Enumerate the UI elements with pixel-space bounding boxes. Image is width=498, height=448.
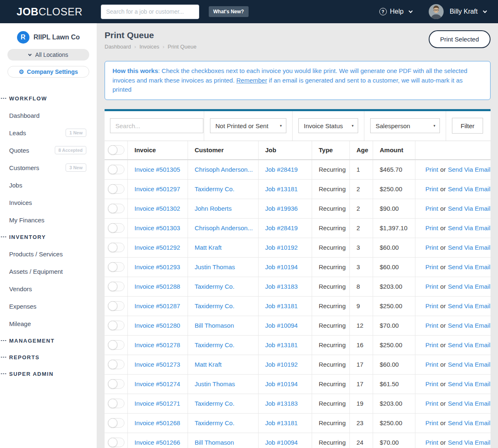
customer-link[interactable]: Matt Kraft xyxy=(195,244,222,251)
row-toggle[interactable] xyxy=(108,184,124,194)
print-link[interactable]: Print xyxy=(425,439,438,446)
customer-link[interactable]: Matt Kraft xyxy=(195,361,222,368)
chevron-down-icon[interactable] xyxy=(483,9,487,13)
sidebar-item-my-finances[interactable]: My Finances xyxy=(0,211,97,229)
app-logo[interactable]: JOBCLOSER xyxy=(17,6,83,18)
print-link[interactable]: Print xyxy=(425,283,438,290)
customer-link[interactable]: Chrisoph Anderson... xyxy=(195,166,253,173)
print-link[interactable]: Print xyxy=(425,341,438,348)
customer-link[interactable]: Taxidermy Co. xyxy=(195,341,234,348)
invoice-link[interactable]: Invoice #501288 xyxy=(134,283,180,290)
job-link[interactable]: Job #28419 xyxy=(265,224,298,231)
sidebar-section-reports[interactable]: REPORTS xyxy=(0,349,97,365)
invoice-link[interactable]: Invoice #501273 xyxy=(134,361,180,368)
print-link[interactable]: Print xyxy=(425,322,438,329)
company-switcher[interactable]: R RIIPL Lawn Co xyxy=(0,31,97,44)
customer-link[interactable]: Justin Thomas xyxy=(195,380,235,387)
send-via-email-link[interactable]: Send Via Email xyxy=(448,341,490,348)
send-via-email-link[interactable]: Send Via Email xyxy=(448,380,490,387)
job-link[interactable]: Job #13181 xyxy=(265,302,298,309)
row-toggle[interactable] xyxy=(108,204,124,213)
customer-link[interactable]: Taxidermy Co. xyxy=(195,283,234,290)
print-link[interactable]: Print xyxy=(425,380,438,387)
row-toggle[interactable] xyxy=(108,262,124,272)
job-link[interactable]: Job #10192 xyxy=(265,244,298,251)
all-locations-dropdown[interactable]: All Locations xyxy=(7,49,89,61)
job-link[interactable]: Job #10094 xyxy=(265,322,298,329)
print-link[interactable]: Print xyxy=(425,302,438,309)
invoice-link[interactable]: Invoice #501303 xyxy=(134,224,180,231)
customer-link[interactable]: Taxidermy Co. xyxy=(195,400,234,407)
job-link[interactable]: Job #13181 xyxy=(265,341,298,348)
invoice-link[interactable]: Invoice #501274 xyxy=(134,380,180,387)
row-toggle[interactable] xyxy=(108,282,124,291)
breadcrumb-invoices[interactable]: Invoices xyxy=(139,44,159,50)
print-link[interactable]: Print xyxy=(425,205,438,212)
print-link[interactable]: Print xyxy=(425,166,438,173)
print-link[interactable]: Print xyxy=(425,185,438,192)
sidebar-item-assets-equipment[interactable]: Assets / Equipment xyxy=(0,263,97,280)
send-via-email-link[interactable]: Send Via Email xyxy=(448,224,490,231)
user-menu[interactable]: Billy Kraft xyxy=(449,8,478,15)
send-via-email-link[interactable]: Send Via Email xyxy=(448,439,490,446)
send-via-email-link[interactable]: Send Via Email xyxy=(448,322,490,329)
whats-new-button[interactable]: What's New? xyxy=(209,6,249,17)
send-via-email-link[interactable]: Send Via Email xyxy=(448,244,490,251)
job-link[interactable]: Job #28419 xyxy=(265,166,298,173)
help-menu[interactable]: ? Help xyxy=(379,8,413,15)
row-toggle[interactable] xyxy=(108,360,124,369)
customer-link[interactable]: Chrisoph Anderson... xyxy=(195,224,253,231)
job-link[interactable]: Job #10094 xyxy=(265,439,298,446)
sidebar-item-mileage[interactable]: Mileage xyxy=(0,315,97,332)
job-link[interactable]: Job #13181 xyxy=(265,419,298,426)
global-search-input[interactable] xyxy=(101,5,199,19)
row-toggle[interactable] xyxy=(108,165,124,174)
job-link[interactable]: Job #13183 xyxy=(265,400,298,407)
customer-link[interactable]: Justin Thomas xyxy=(195,263,235,270)
sidebar-section-workflow[interactable]: WORKFLOW xyxy=(0,90,97,107)
select-all-toggle[interactable] xyxy=(108,145,124,155)
sidebar-item-dashboard[interactable]: Dashboard xyxy=(0,107,97,124)
invoice-status-dropdown[interactable]: Invoice Status ▾ xyxy=(298,118,358,133)
row-toggle[interactable] xyxy=(108,438,124,447)
salesperson-dropdown[interactable]: Salesperson ▾ xyxy=(370,118,440,133)
print-link[interactable]: Print xyxy=(425,244,438,251)
customer-link[interactable]: Taxidermy Co. xyxy=(195,185,234,192)
print-selected-button[interactable]: Print Selected xyxy=(429,30,491,48)
sidebar-item-vendors[interactable]: Vendors xyxy=(0,280,97,297)
job-link[interactable]: Job #10194 xyxy=(265,380,298,387)
customer-link[interactable]: Taxidermy Co. xyxy=(195,419,234,426)
table-search-input[interactable] xyxy=(110,118,203,133)
invoice-link[interactable]: Invoice #501293 xyxy=(134,263,180,270)
sidebar-item-jobs[interactable]: Jobs xyxy=(0,176,97,194)
print-link[interactable]: Print xyxy=(425,224,438,231)
row-toggle[interactable] xyxy=(108,379,124,389)
row-toggle[interactable] xyxy=(108,418,124,428)
sidebar-item-expenses[interactable]: Expenses xyxy=(0,297,97,315)
invoice-link[interactable]: Invoice #501280 xyxy=(134,322,180,329)
customer-link[interactable]: Bill Thomason xyxy=(195,322,234,329)
invoice-link[interactable]: Invoice #501268 xyxy=(134,419,180,426)
invoice-link[interactable]: Invoice #501297 xyxy=(134,185,180,192)
send-via-email-link[interactable]: Send Via Email xyxy=(448,400,490,407)
customer-link[interactable]: Bill Thomason xyxy=(195,439,234,446)
row-toggle[interactable] xyxy=(108,340,124,350)
row-toggle[interactable] xyxy=(108,301,124,311)
job-link[interactable]: Job #19936 xyxy=(265,205,298,212)
send-via-email-link[interactable]: Send Via Email xyxy=(448,263,490,270)
print-link[interactable]: Print xyxy=(425,263,438,270)
invoice-link[interactable]: Invoice #501302 xyxy=(134,205,180,212)
sidebar-item-invoices[interactable]: Invoices xyxy=(0,194,97,211)
sidebar-item-quotes[interactable]: Quotes8 Accepted xyxy=(0,141,97,159)
print-link[interactable]: Print xyxy=(425,361,438,368)
sidebar-item-leads[interactable]: Leads1 New xyxy=(0,124,97,141)
print-link[interactable]: Print xyxy=(425,400,438,407)
send-via-email-link[interactable]: Send Via Email xyxy=(448,302,490,309)
send-via-email-link[interactable]: Send Via Email xyxy=(448,419,490,426)
send-via-email-link[interactable]: Send Via Email xyxy=(448,361,490,368)
invoice-link[interactable]: Invoice #501278 xyxy=(134,341,180,348)
sidebar-section-inventory[interactable]: INVENTORY xyxy=(0,229,97,245)
job-link[interactable]: Job #10194 xyxy=(265,263,298,270)
row-toggle[interactable] xyxy=(108,223,124,233)
invoice-link[interactable]: Invoice #501292 xyxy=(134,244,180,251)
